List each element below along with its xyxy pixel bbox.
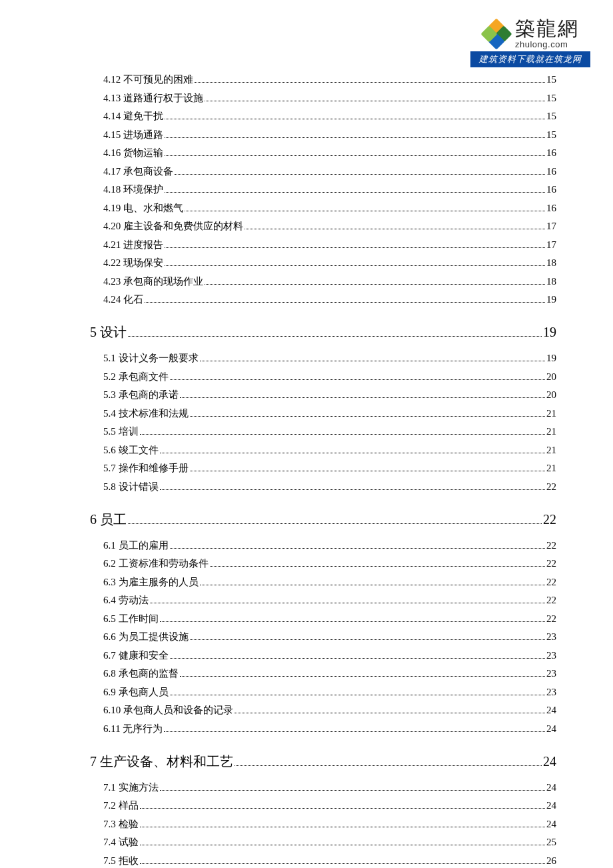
toc-entry[interactable]: 7.3 检验24: [103, 818, 556, 831]
toc-leader: [190, 471, 546, 471]
toc-entry[interactable]: 6.1 员工的雇用22: [103, 539, 556, 552]
toc-leader: [128, 336, 542, 337]
toc-entry[interactable]: 5.7 操作和维修手册21: [103, 462, 556, 475]
toc-page-number: 17: [546, 239, 556, 251]
toc-entry[interactable]: 6.6 为员工提供设施23: [103, 631, 556, 643]
toc-leader: [160, 790, 546, 791]
toc-entry[interactable]: 6.3 为雇主服务的人员22: [103, 576, 556, 589]
logo-cn: 築龍網: [515, 19, 579, 39]
toc-leader: [150, 603, 546, 603]
toc-page-number: 22: [546, 577, 556, 588]
toc-label: 7.3 检验: [103, 818, 139, 831]
toc-entry[interactable]: 6.2 工资标准和劳动条件22: [103, 557, 556, 570]
toc-entry[interactable]: 5.4 技术标准和法规21: [103, 407, 556, 420]
toc-entry[interactable]: 4.16 货物运输16: [103, 147, 556, 159]
logo-text: 築龍網 zhulong.com: [515, 19, 579, 49]
toc-heading[interactable]: 6 员工22: [90, 511, 556, 529]
toc-entry[interactable]: 5.1 设计义务一般要求19: [103, 352, 556, 365]
toc-leader: [160, 621, 546, 622]
toc-label: 4.17 承包商设备: [103, 165, 173, 178]
toc-page-number: 22: [546, 613, 556, 625]
table-of-contents: 4.12 不可预见的困难154.13 道路通行权于设施154.14 避免干扰15…: [103, 73, 556, 868]
toc-label: 7.1 实施方法: [103, 781, 159, 794]
toc-page-number: 24: [546, 819, 556, 830]
toc-entry[interactable]: 4.14 避免干扰15: [103, 110, 556, 123]
toc-entry[interactable]: 5.8 设计错误22: [103, 481, 556, 493]
toc-page-number: 15: [546, 74, 556, 85]
toc-entry[interactable]: 4.17 承包商设备16: [103, 165, 556, 178]
toc-label: 4.16 货物运输: [103, 147, 163, 159]
toc-page-number: 21: [546, 445, 556, 456]
toc-entry[interactable]: 6.9 承包商人员23: [103, 686, 556, 699]
toc-leader: [235, 713, 545, 713]
toc-leader: [140, 808, 546, 809]
toc-entry[interactable]: 5.2 承包商文件20: [103, 371, 556, 383]
toc-entry[interactable]: 5.6 竣工文件21: [103, 444, 556, 457]
toc-entry[interactable]: 4.18 环境保护16: [103, 183, 556, 196]
toc-leader: [164, 731, 545, 732]
toc-entry[interactable]: 6.10 承包商人员和设备的记录24: [103, 704, 556, 717]
toc-label: 5.7 操作和维修手册: [103, 462, 189, 475]
toc-entry[interactable]: 7.4 试验25: [103, 836, 556, 849]
toc-page-number: 22: [543, 512, 556, 527]
toc-label: 7 生产设备、材料和工艺: [90, 753, 233, 771]
toc-page-number: 19: [546, 353, 556, 364]
toc-label: 4.22 现场保安: [103, 257, 163, 269]
toc-entry[interactable]: 4.13 道路通行权于设施15: [103, 92, 556, 105]
toc-entry[interactable]: 6.4 劳动法22: [103, 594, 556, 607]
toc-entry[interactable]: 6.11 无序行为24: [103, 723, 556, 735]
toc-entry[interactable]: 6.8 承包商的监督23: [103, 667, 556, 680]
toc-entry[interactable]: 4.12 不可预见的困难15: [103, 73, 556, 86]
toc-page-number: 25: [546, 837, 556, 848]
toc-page-number: 23: [546, 631, 556, 643]
toc-label: 4.12 不可预见的困难: [103, 73, 193, 86]
toc-entry[interactable]: 4.23 承包商的现场作业18: [103, 275, 556, 288]
toc-heading[interactable]: 7 生产设备、材料和工艺24: [90, 753, 556, 771]
toc-label: 7.5 拒收: [103, 855, 139, 867]
toc-label: 6.10 承包商人员和设备的记录: [103, 704, 233, 717]
toc-leader: [160, 453, 546, 453]
toc-entry[interactable]: 5.3 承包商的承诺20: [103, 389, 556, 401]
toc-leader: [145, 302, 545, 303]
toc-entry[interactable]: 4.24 化石19: [103, 293, 556, 306]
toc-label: 4.14 避免干扰: [103, 110, 163, 123]
toc-label: 6.8 承包商的监督: [103, 667, 179, 680]
toc-label: 6.6 为员工提供设施: [103, 631, 189, 643]
toc-entry[interactable]: 4.15 进场通路15: [103, 129, 556, 141]
toc-entry[interactable]: 6.7 健康和安全23: [103, 649, 556, 662]
toc-leader: [235, 765, 542, 766]
toc-entry[interactable]: 6.5 工作时间22: [103, 613, 556, 625]
toc-label: 4.18 环境保护: [103, 183, 163, 196]
toc-leader: [245, 229, 545, 229]
toc-entry[interactable]: 4.20 雇主设备和免费供应的材料17: [103, 220, 556, 233]
toc-heading[interactable]: 5 设计19: [90, 323, 556, 341]
toc-leader: [210, 566, 546, 567]
toc-leader: [180, 397, 546, 398]
toc-leader: [140, 434, 546, 435]
toc-page-number: 16: [546, 166, 556, 177]
toc-label: 6.5 工作时间: [103, 613, 159, 625]
logo-en: zhulong.com: [515, 40, 568, 49]
toc-page-number: 21: [546, 426, 556, 437]
toc-label: 6.7 健康和安全: [103, 649, 169, 662]
toc-leader: [160, 489, 546, 490]
toc-page-number: 16: [546, 203, 556, 214]
toc-label: 5.5 培训: [103, 425, 139, 438]
toc-label: 6 员工: [90, 511, 127, 529]
toc-label: 7.4 试验: [103, 836, 139, 849]
toc-entry[interactable]: 5.5 培训21: [103, 425, 556, 438]
toc-entry[interactable]: 4.19 电、水和燃气16: [103, 202, 556, 215]
toc-entry[interactable]: 7.5 拒收26: [103, 855, 556, 867]
logo-tagline-bar: 建筑资料下载就在筑龙网: [470, 51, 590, 67]
logo-flower-icon: [482, 19, 511, 49]
toc-label: 6.9 承包商人员: [103, 686, 169, 699]
toc-label: 6.3 为雇主服务的人员: [103, 576, 199, 589]
toc-entry[interactable]: 4.22 现场保安18: [103, 257, 556, 269]
toc-entry[interactable]: 4.21 进度报告17: [103, 239, 556, 251]
toc-label: 4.15 进场通路: [103, 129, 163, 141]
toc-leader: [140, 863, 546, 864]
toc-entry[interactable]: 7.2 样品24: [103, 799, 556, 812]
toc-entry[interactable]: 7.1 实施方法24: [103, 781, 556, 794]
toc-leader: [190, 416, 546, 417]
toc-leader: [190, 639, 546, 640]
